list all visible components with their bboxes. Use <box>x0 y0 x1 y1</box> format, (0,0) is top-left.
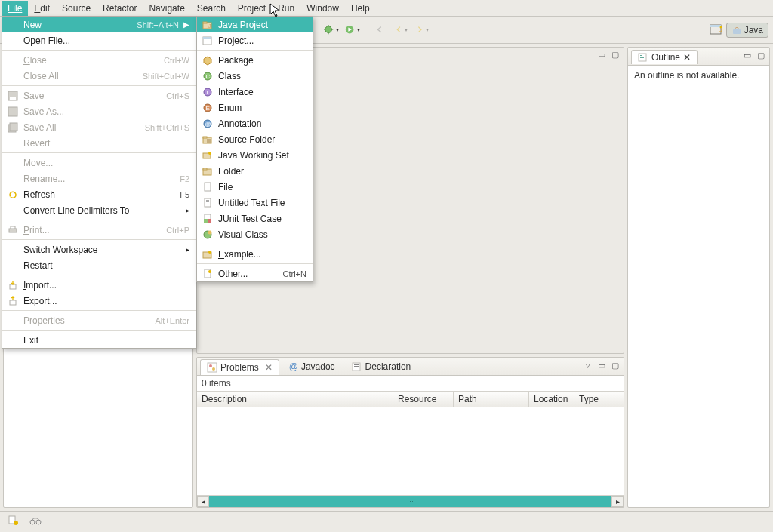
col-path[interactable]: Path <box>454 392 529 407</box>
new-submenu: J Java Project Project... Package C Clas… <box>196 16 313 282</box>
menu-item-file[interactable]: File <box>197 179 313 195</box>
perspective-java-label: Java <box>744 25 763 35</box>
menu-item-interface[interactable]: I Interface <box>197 84 313 100</box>
minimize-icon[interactable]: ▭ <box>596 360 607 371</box>
menu-item-junit-test[interactable]: JUnit Test Case <box>197 211 313 226</box>
minimize-icon[interactable]: ▭ <box>742 50 753 60</box>
menu-source[interactable]: Source <box>56 1 97 16</box>
menu-refactor[interactable]: Refactor <box>97 1 143 16</box>
svg-rect-5 <box>733 29 741 34</box>
menu-item-export[interactable]: Export... <box>2 293 196 309</box>
menu-item-refresh[interactable]: Refresh F5 <box>2 186 196 202</box>
col-location[interactable]: Location <box>529 392 574 407</box>
submenu-arrow-icon: ▸ <box>186 245 189 254</box>
debug-dropdown-button[interactable]: ▾ <box>322 20 341 40</box>
example-icon <box>202 248 214 260</box>
other-icon <box>202 268 214 280</box>
menu-item-move: Move... <box>2 155 196 171</box>
menu-item-close: Close Ctrl+W <box>2 52 196 68</box>
scroll-thumb[interactable]: ⋯ <box>209 496 611 507</box>
svg-rect-20 <box>10 97 16 100</box>
close-icon[interactable]: ✕ <box>683 52 691 63</box>
source-folder-icon <box>202 134 214 146</box>
menu-file[interactable]: File <box>2 1 28 16</box>
outline-empty-text: An outline is not available. <box>628 66 769 85</box>
nav-last-edit-button[interactable] <box>370 20 390 40</box>
menu-item-java-project[interactable]: J Java Project <box>197 17 313 32</box>
col-description[interactable]: Description <box>197 392 393 407</box>
perspective-java[interactable]: Java <box>726 23 768 38</box>
menu-item-untitled-text[interactable]: Untitled Text File <box>197 195 313 211</box>
status-icon-2[interactable] <box>29 515 44 529</box>
outline-panel: Outline ✕ ▭ ▢ An outline is not availabl… <box>627 47 770 508</box>
maximize-icon[interactable]: ▢ <box>610 360 621 371</box>
svg-rect-51 <box>206 201 209 202</box>
svg-point-0 <box>325 26 332 32</box>
menu-item-source-folder[interactable]: Source Folder <box>197 131 313 147</box>
menu-item-enum[interactable]: E Enum <box>197 100 313 115</box>
open-perspective-button[interactable] <box>707 23 726 38</box>
menu-item-new[interactable]: New Shift+Alt+N ▶ <box>2 17 196 32</box>
menu-item-import[interactable]: Import... <box>2 277 196 293</box>
tab-javadoc[interactable]: @ Javadoc <box>282 358 342 374</box>
tab-declaration-label: Declaration <box>365 361 411 372</box>
tab-problems-label: Problems <box>220 362 259 373</box>
menu-item-class[interactable]: C Class <box>197 68 313 84</box>
menu-item-other[interactable]: Other... Ctrl+N <box>197 266 313 281</box>
col-resource[interactable]: Resource <box>393 392 454 407</box>
svg-rect-49 <box>205 198 211 207</box>
view-menu-icon[interactable]: ▿ <box>583 360 593 371</box>
menu-window[interactable]: Window <box>300 1 345 16</box>
minimize-icon[interactable]: ▭ <box>596 49 607 60</box>
save-as-icon <box>7 106 19 118</box>
svg-point-17 <box>30 520 35 524</box>
col-type[interactable]: Type <box>574 392 624 407</box>
menubar: File Edit Source Refactor Navigate Searc… <box>0 0 773 17</box>
menu-navigate[interactable]: Navigate <box>143 1 190 16</box>
file-menu: New Shift+Alt+N ▶ Open File... Close Ctr… <box>2 16 196 349</box>
menu-item-restart[interactable]: Restart <box>2 257 196 273</box>
menu-item-package[interactable]: Package <box>197 52 313 68</box>
menu-item-convert-line[interactable]: Convert Line Delimiters To ▸ <box>2 202 196 218</box>
menu-item-java-working-set[interactable]: Java Working Set <box>197 147 313 163</box>
menu-item-example[interactable]: Example... <box>197 246 313 262</box>
nav-back-button[interactable]: ▾ <box>391 20 411 40</box>
svg-rect-14 <box>640 57 644 58</box>
menu-item-project[interactable]: Project... <box>197 32 313 48</box>
menu-search[interactable]: Search <box>191 1 232 16</box>
menu-edit[interactable]: Edit <box>28 1 56 16</box>
tab-declaration[interactable]: Declaration <box>345 358 418 374</box>
maximize-icon[interactable]: ▢ <box>610 49 621 60</box>
menu-item-annotation[interactable]: @ Annotation <box>197 115 313 131</box>
menu-project[interactable]: Project <box>232 1 272 16</box>
maximize-icon[interactable]: ▢ <box>756 50 766 60</box>
tab-outline-label: Outline <box>651 52 680 63</box>
menu-item-folder[interactable]: Folder <box>197 163 313 179</box>
svg-rect-53 <box>204 219 208 223</box>
status-icon-1[interactable] <box>8 515 20 529</box>
svg-text:I: I <box>207 89 208 96</box>
menu-item-open-file[interactable]: Open File... <box>2 32 196 48</box>
tab-problems[interactable]: Problems ✕ <box>200 359 279 375</box>
scroll-right-icon[interactable]: ▸ <box>611 496 624 507</box>
java-project-icon: J <box>202 19 214 31</box>
scroll-left-icon[interactable]: ◂ <box>197 496 209 507</box>
problems-table-body <box>197 407 624 495</box>
close-icon[interactable]: ✕ <box>265 362 273 373</box>
menu-help[interactable]: Help <box>345 1 376 16</box>
nav-forward-button[interactable]: ▾ <box>412 20 432 40</box>
run-dropdown-button[interactable]: ▾ <box>343 20 362 40</box>
statusbar <box>0 511 773 532</box>
horizontal-scrollbar[interactable]: ◂ ⋯ ▸ <box>197 495 624 507</box>
svg-point-7 <box>209 364 212 367</box>
text-file-icon <box>202 197 214 209</box>
svg-point-18 <box>36 520 41 524</box>
menu-item-visual-class[interactable]: Visual Class <box>197 226 313 242</box>
svg-point-56 <box>208 230 212 234</box>
svg-rect-50 <box>206 200 209 201</box>
menu-item-switch-workspace[interactable]: Switch Workspace ▸ <box>2 241 196 257</box>
tab-outline[interactable]: Outline ✕ <box>631 50 698 64</box>
menu-item-exit[interactable]: Exit <box>2 332 196 348</box>
svg-text:E: E <box>206 105 210 112</box>
svg-rect-54 <box>208 219 211 223</box>
